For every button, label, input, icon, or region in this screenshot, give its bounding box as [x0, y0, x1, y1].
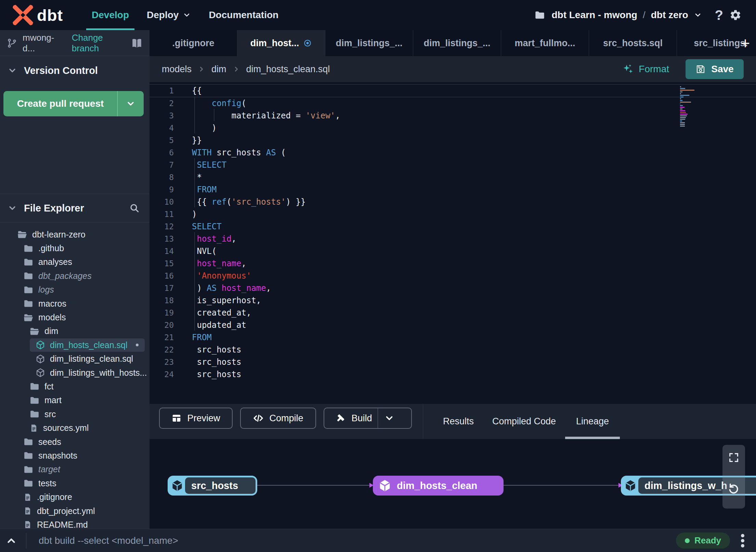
- editor-tab[interactable]: dim_host...: [237, 30, 325, 56]
- code-line: 8 *: [149, 171, 756, 183]
- code-brackets-icon: [253, 413, 264, 424]
- tab-results[interactable]: Results: [436, 404, 481, 439]
- save-button[interactable]: Save: [686, 59, 744, 79]
- kebab-menu-icon[interactable]: [738, 533, 748, 548]
- gear-icon[interactable]: [729, 9, 742, 21]
- status-label: Ready: [694, 535, 721, 546]
- code-line: 23 src_hosts: [149, 356, 756, 368]
- tree-item[interactable]: dbt-learn-zero: [0, 228, 149, 241]
- folder-icon: [23, 271, 34, 281]
- tab-lineage[interactable]: Lineage: [565, 404, 620, 439]
- code-line: 1{{: [149, 84, 756, 97]
- version-control-header[interactable]: Version Control: [0, 56, 149, 85]
- tree-item-label: target: [38, 464, 60, 474]
- indent-guide: [194, 158, 195, 207]
- tree-item[interactable]: snapshots: [0, 449, 149, 462]
- tree-item[interactable]: dim_listings_clean.sql: [0, 352, 149, 366]
- folder-icon: [23, 243, 34, 254]
- tree-item[interactable]: README.md: [0, 518, 149, 529]
- line-number: 5: [149, 134, 174, 146]
- lineage-node-dim-hosts-clean[interactable]: dim_hosts_clean: [373, 476, 504, 496]
- create-pull-request-button[interactable]: Create pull request: [3, 91, 144, 116]
- docs-book-icon[interactable]: [131, 37, 143, 49]
- line-number: 3: [149, 110, 174, 122]
- line-number: 13: [149, 233, 174, 245]
- tree-item[interactable]: models: [0, 310, 149, 324]
- tab-compiled-code[interactable]: Compiled Code: [483, 404, 565, 439]
- new-tab-button[interactable]: +: [738, 30, 753, 56]
- chevron-down-icon: [8, 203, 17, 213]
- format-label: Format: [639, 64, 669, 75]
- code-lines: 1{{2 config(3 materialized = 'view',4 )5…: [149, 84, 756, 381]
- tree-item[interactable]: analyses: [0, 255, 149, 269]
- help-icon[interactable]: ?: [715, 8, 723, 23]
- tree-item[interactable]: src: [0, 407, 149, 421]
- change-branch-link[interactable]: Change branch: [72, 33, 126, 54]
- line-number: 11: [149, 208, 174, 220]
- tree-item[interactable]: seeds: [0, 435, 149, 449]
- format-button[interactable]: Format: [622, 63, 669, 75]
- tree-item[interactable]: target: [0, 463, 149, 476]
- nav-item-develop[interactable]: Develop: [83, 0, 138, 30]
- fullscreen-icon[interactable]: [728, 452, 740, 463]
- tree-item-label: src: [44, 409, 56, 419]
- code-line: 18 is_superhost,: [149, 294, 756, 307]
- tree-item[interactable]: dbt_packages: [0, 269, 149, 283]
- chevron-down-icon: [8, 66, 17, 75]
- nav-item-deploy[interactable]: Deploy: [138, 0, 200, 30]
- project-breadcrumb[interactable]: dbt Learn - mwong / dbt zero: [551, 10, 702, 21]
- minimap[interactable]: [680, 86, 699, 127]
- line-number: 10: [149, 196, 174, 208]
- build-button[interactable]: Build: [324, 408, 412, 429]
- file-tree: dbt-learn-zero.githubanalysesdbt_package…: [0, 228, 149, 529]
- nav-item-documentation[interactable]: Documentation: [200, 0, 287, 30]
- code-text: FROM: [174, 331, 212, 344]
- file-explorer-header[interactable]: File Explorer: [0, 194, 149, 222]
- command-input[interactable]: dbt build --select <model_name>: [39, 535, 178, 546]
- chevron-right-icon: [198, 65, 205, 73]
- code-line: 16 'Anonymous': [149, 270, 756, 282]
- tree-item[interactable]: .github: [0, 241, 149, 255]
- tree-item[interactable]: macros: [0, 297, 149, 310]
- tree-item[interactable]: .gitignore: [0, 490, 149, 504]
- file-icon: [23, 506, 32, 515]
- tree-item[interactable]: logs: [0, 283, 149, 297]
- tree-item[interactable]: tests: [0, 476, 149, 490]
- tree-item[interactable]: dim_listings_with_hosts...: [0, 366, 149, 380]
- lineage-node-src-hosts[interactable]: src_hosts: [168, 476, 257, 496]
- editor-tab[interactable]: mart_fullmo...: [501, 30, 589, 56]
- search-icon[interactable]: [129, 203, 140, 214]
- lineage-graph[interactable]: src_hosts dim_hosts_clean dim_listings_w…: [149, 439, 756, 529]
- tree-item[interactable]: sources.yml: [0, 421, 149, 435]
- tree-item[interactable]: dim: [0, 324, 149, 338]
- code-editor[interactable]: 1{{2 config(3 materialized = 'view',4 )5…: [149, 82, 756, 404]
- tree-item[interactable]: dbt_project.yml: [0, 504, 149, 518]
- top-nav: dbt Develop Deploy Documentation dbt Lea…: [0, 0, 756, 30]
- editor-tab[interactable]: dim_listings_...: [325, 30, 413, 56]
- preview-button[interactable]: Preview: [159, 408, 233, 429]
- tree-item[interactable]: fct: [0, 380, 149, 393]
- breadcrumb-models[interactable]: models: [162, 64, 192, 75]
- refresh-icon[interactable]: [728, 483, 740, 495]
- line-number: 2: [149, 97, 174, 110]
- editor-tab[interactable]: .gitignore: [149, 30, 237, 56]
- breadcrumb-file: dim_hosts_clean.sql: [246, 64, 330, 75]
- dbt-logo[interactable]: dbt: [0, 4, 63, 26]
- breadcrumb-dim[interactable]: dim: [211, 64, 226, 75]
- chevron-up-icon[interactable]: [5, 535, 17, 547]
- editor-tab[interactable]: dim_listings_...: [413, 30, 501, 56]
- create-pr-dropdown[interactable]: [118, 99, 144, 108]
- build-dropdown[interactable]: [378, 408, 401, 428]
- tree-item-label: dbt-learn-zero: [32, 230, 86, 240]
- tree-item[interactable]: dim_hosts_clean.sql: [0, 338, 149, 352]
- file-icon: [23, 520, 32, 529]
- code-text: SELECT: [174, 159, 226, 171]
- code-line: 20 updated_at: [149, 319, 756, 331]
- compile-button[interactable]: Compile: [240, 408, 316, 429]
- tree-item[interactable]: mart: [0, 394, 149, 407]
- file-icon: [29, 424, 38, 433]
- code-line: 10 {{ ref('src_hosts') }}: [149, 196, 756, 208]
- branch-bar: mwong-d... Change branch: [0, 30, 149, 56]
- editor-tab[interactable]: src_hosts.sql: [589, 30, 677, 56]
- git-branch-icon: [7, 38, 17, 48]
